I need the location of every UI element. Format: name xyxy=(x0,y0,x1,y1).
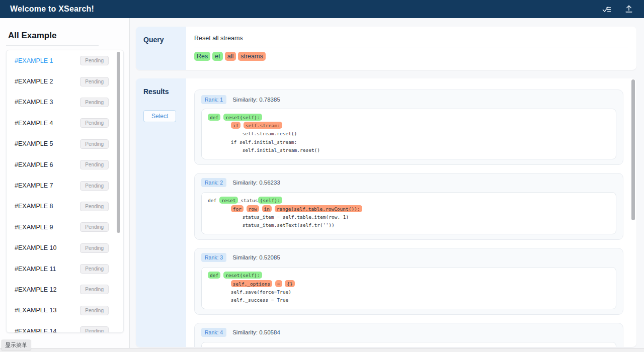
status-badge: Pending xyxy=(80,326,109,333)
code-line: for row in range(self.table.rowCount()): xyxy=(208,205,610,213)
query-token: et xyxy=(212,52,222,61)
sidebar-title: All Example xyxy=(8,31,121,41)
list-item[interactable]: #EXAMPLE 11 Pending xyxy=(7,258,123,279)
status-badge: Pending xyxy=(80,160,109,169)
query-token: all xyxy=(225,52,236,61)
list-item[interactable]: #EXAMPLE 13 Pending xyxy=(7,300,123,321)
results-label: Results xyxy=(143,87,169,96)
code-line: def reset_status(self): xyxy=(208,197,610,205)
example-label: #EXAMPLE 12 xyxy=(15,286,56,293)
code-line: status_item.setText(self.tr('')) xyxy=(208,221,610,230)
status-badge: Pending xyxy=(80,222,109,232)
status-badge: Pending xyxy=(80,285,109,294)
results-list: Rank: 1 Similarity: 0.78385 def reset(se… xyxy=(186,78,636,347)
upload-icon[interactable] xyxy=(624,4,634,14)
example-label: #EXAMPLE 13 xyxy=(15,307,56,314)
status-badge: Pending xyxy=(80,118,109,128)
status-badge: Pending xyxy=(80,139,109,149)
code-snippet: def reset(self): if self.stream: self.st… xyxy=(201,109,616,159)
checklist-icon[interactable] xyxy=(602,4,612,14)
code-snippet: def reset(self): self._options = {} self… xyxy=(201,267,616,309)
example-label: #EXAMPLE 14 xyxy=(15,328,56,333)
code-line: self._options = {} xyxy=(208,280,610,288)
code-line: self.stream.reset() xyxy=(208,130,610,138)
rank-badge: Rank: 3 xyxy=(201,253,226,262)
example-label: #EXAMPLE 2 xyxy=(15,78,53,85)
code-line: status_item = self.table.item(row, 1) xyxy=(208,213,610,222)
query-token-row: Resetallstreams xyxy=(194,52,628,61)
example-label: #EXAMPLE 1 xyxy=(15,57,53,64)
result-card[interactable]: Rank: 1 Similarity: 0.78385 def reset(se… xyxy=(194,90,623,165)
status-badge: Pending xyxy=(80,306,109,315)
sidebar: All Example #EXAMPLE 1 Pending #EXAMPLE … xyxy=(0,18,130,352)
code-line: def reset(self): xyxy=(208,113,610,122)
code-snippet: def switch_off(self): xyxy=(201,342,616,347)
query-label: Query xyxy=(143,36,164,44)
similarity-label: Similarity: 0.78385 xyxy=(232,97,280,103)
list-item[interactable]: #EXAMPLE 9 Pending xyxy=(7,217,123,237)
list-item[interactable]: #EXAMPLE 5 Pending xyxy=(7,134,123,154)
list-item[interactable]: #EXAMPLE 1 Pending xyxy=(7,50,123,71)
result-card[interactable]: Rank: 4 Similarity: 0.50584 def switch_o… xyxy=(194,323,623,347)
list-item[interactable]: #EXAMPLE 3 Pending xyxy=(7,92,123,113)
query-token: Res xyxy=(194,52,210,61)
code-line: self.save(force=True) xyxy=(208,288,610,297)
code-line: self.initial_stream.reset() xyxy=(208,146,610,155)
rank-badge: Rank: 2 xyxy=(201,178,226,187)
list-item[interactable]: #EXAMPLE 12 Pending xyxy=(7,279,123,300)
query-token: streams xyxy=(238,52,265,61)
example-label: #EXAMPLE 8 xyxy=(15,203,53,210)
list-item[interactable]: #EXAMPLE 7 Pending xyxy=(7,175,123,196)
query-divider xyxy=(194,47,628,47)
list-item[interactable]: #EXAMPLE 14 Pending xyxy=(7,321,123,333)
result-head: Rank: 2 Similarity: 0.56233 xyxy=(201,179,616,187)
example-label: #EXAMPLE 5 xyxy=(15,140,53,147)
query-panel: Query Reset all streams Resetallstreams xyxy=(136,27,636,70)
code-snippet: def reset_status(self): for row in range… xyxy=(201,192,616,234)
query-content: Reset all streams Resetallstreams xyxy=(186,27,636,70)
code-line: def reset(self): xyxy=(208,272,610,280)
similarity-label: Similarity: 0.52085 xyxy=(232,254,280,260)
bottom-scrollbar[interactable] xyxy=(0,348,644,352)
code-line: self._success = True xyxy=(208,296,610,305)
status-badge: Pending xyxy=(80,56,109,65)
status-badge: Pending xyxy=(80,202,109,211)
header-actions xyxy=(602,4,634,14)
code-line: if self.stream: xyxy=(208,122,610,130)
results-scrollbar[interactable] xyxy=(631,79,635,220)
example-label: #EXAMPLE 10 xyxy=(15,244,56,251)
status-badge: Pending xyxy=(80,181,109,191)
result-card[interactable]: Rank: 3 Similarity: 0.52085 def reset(se… xyxy=(194,248,623,315)
example-list: #EXAMPLE 1 Pending #EXAMPLE 2 Pending #E… xyxy=(6,50,124,333)
result-card[interactable]: Rank: 2 Similarity: 0.56233 def reset_st… xyxy=(194,173,623,240)
query-label-column: Query xyxy=(136,27,186,70)
query-text: Reset all streams xyxy=(194,35,628,42)
list-item[interactable]: #EXAMPLE 2 Pending xyxy=(7,71,123,92)
app-title: Welcome to XSearch! xyxy=(10,5,94,14)
result-head: Rank: 3 Similarity: 0.52085 xyxy=(201,253,616,262)
status-badge: Pending xyxy=(80,77,109,86)
list-item[interactable]: #EXAMPLE 6 Pending xyxy=(7,154,123,175)
code-line: def switch_off(self): xyxy=(208,346,610,347)
result-head: Rank: 1 Similarity: 0.78385 xyxy=(201,95,616,104)
header-bar: Welcome to XSearch! xyxy=(0,0,644,18)
sidebar-divider xyxy=(6,45,99,46)
select-button[interactable]: Select xyxy=(143,110,176,122)
status-badge: Pending xyxy=(80,243,109,253)
code-line: if self.initial_stream: xyxy=(208,138,610,147)
status-badge: Pending xyxy=(80,264,109,274)
sidebar-scrollbar[interactable] xyxy=(117,52,120,233)
rank-badge: Rank: 4 xyxy=(201,328,226,337)
example-label: #EXAMPLE 7 xyxy=(15,182,53,189)
list-item[interactable]: #EXAMPLE 4 Pending xyxy=(7,113,123,133)
list-item[interactable]: #EXAMPLE 8 Pending xyxy=(7,196,123,217)
rank-badge: Rank: 1 xyxy=(201,95,226,104)
similarity-label: Similarity: 0.50584 xyxy=(232,329,280,335)
results-label-column: Results Select xyxy=(136,78,186,347)
example-label: #EXAMPLE 6 xyxy=(15,161,53,168)
example-label: #EXAMPLE 4 xyxy=(15,120,53,127)
similarity-label: Similarity: 0.56233 xyxy=(232,180,280,186)
list-item[interactable]: #EXAMPLE 10 Pending xyxy=(7,238,123,258)
page-body: All Example #EXAMPLE 1 Pending #EXAMPLE … xyxy=(0,18,644,352)
example-label: #EXAMPLE 9 xyxy=(15,224,53,231)
